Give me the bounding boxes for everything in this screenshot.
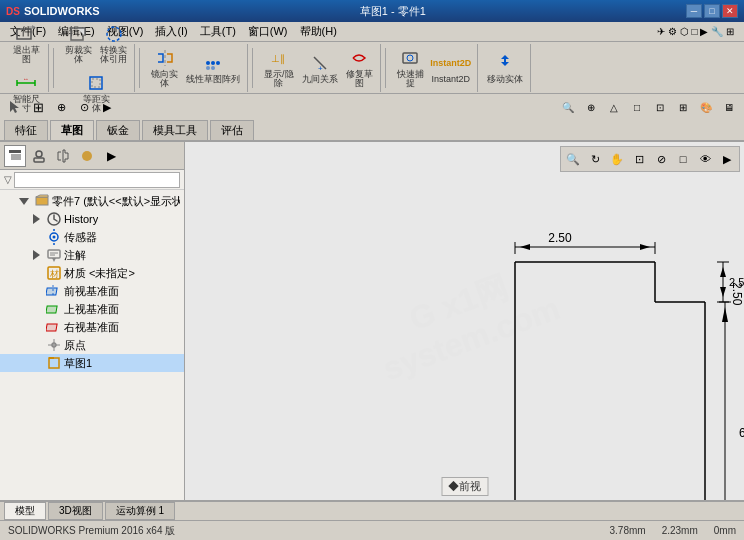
menu-window[interactable]: 窗口(W) <box>242 22 294 41</box>
toolbar-group-quick: 快速捕捉 Instant2D Instant2D <box>390 44 479 92</box>
toolbar-group-sketch: 退出草图 ↔ 智能尺寸 <box>4 44 49 92</box>
tree-item-sketch1[interactable]: 草图1 <box>0 354 184 372</box>
tab-evaluate[interactable]: 评估 <box>210 120 254 140</box>
tab-mold[interactable]: 模具工具 <box>142 120 208 140</box>
tree-item-history[interactable]: History <box>0 210 184 228</box>
svg-rect-35 <box>46 288 57 295</box>
tab-sketch[interactable]: 草图 <box>50 120 94 140</box>
annotation-label: 注解 <box>64 248 86 263</box>
close-button[interactable]: ✕ <box>722 4 738 18</box>
svg-text:↔: ↔ <box>23 76 29 82</box>
origin-label: 原点 <box>64 338 86 353</box>
move-entity-button[interactable]: 移动实体 <box>484 49 526 87</box>
tb2-right6[interactable]: ⊞ <box>672 96 694 118</box>
tree-item-right-plane[interactable]: 右视基准面 <box>0 318 184 336</box>
svg-text:+: + <box>318 64 323 73</box>
main-tab-row: 特征 草图 钣金 模具工具 评估 <box>0 120 744 142</box>
cv-fit[interactable]: ⊡ <box>629 149 649 169</box>
tb2-right1[interactable]: 🔍 <box>557 96 579 118</box>
svg-text:⊥∥: ⊥∥ <box>271 53 285 65</box>
tab-sheetmetal[interactable]: 钣金 <box>96 120 140 140</box>
maximize-button[interactable]: □ <box>704 4 720 18</box>
tb2-icon3[interactable]: ⊕ <box>50 96 72 118</box>
tb2-right3[interactable]: △ <box>603 96 625 118</box>
svg-rect-38 <box>46 324 57 331</box>
separator3 <box>252 48 253 88</box>
annotation-expand-icon <box>28 247 44 263</box>
window-title: 草图1 - 零件1 <box>100 4 686 19</box>
svg-point-19 <box>407 55 413 61</box>
cv-zoom-in[interactable]: 🔍 <box>563 149 583 169</box>
minimize-button[interactable]: ─ <box>686 4 702 18</box>
status-coords: 3.78mm 2.23mm 0mm <box>610 525 736 536</box>
quick-capture-button[interactable]: 快速捕捉 <box>394 44 427 91</box>
tab-features[interactable]: 特征 <box>4 120 48 140</box>
tree-item-top-plane[interactable]: 上视基准面 <box>0 300 184 318</box>
sidebar-tab-property[interactable] <box>28 145 50 167</box>
convert-entity-button[interactable]: 转换实体引用 <box>97 20 130 67</box>
tb2-right2[interactable]: ⊕ <box>580 96 602 118</box>
sidebar-filter-input[interactable] <box>14 172 180 188</box>
svg-point-7 <box>107 27 121 41</box>
tree-item-annotation[interactable]: 注解 <box>0 246 184 264</box>
tree-item-front-plane[interactable]: 前视基准面 <box>0 282 184 300</box>
part-label: 零件7 (默认<<默认>显示状态 1>) <box>52 194 180 209</box>
show-hide-relations[interactable]: ⊥∥ 显示/隐除 <box>261 44 297 91</box>
view-tab-3d[interactable]: 3D视图 <box>48 502 103 520</box>
linear-array-button[interactable]: 线性草图阵列 <box>183 44 243 91</box>
main-toolbar: 退出草图 ↔ 智能尺寸 剪裁实体 转换实体引用 <box>0 42 744 94</box>
plane-icon-right <box>46 319 62 335</box>
tb2-select[interactable] <box>4 96 26 118</box>
cv-display[interactable]: □ <box>673 149 693 169</box>
toolbar-group-mirror: 镜向实体 线性草图阵列 <box>144 44 248 92</box>
tb2-more[interactable]: ▶ <box>96 96 118 118</box>
sw-logo-ds: DS <box>6 6 20 17</box>
view-tab-motion[interactable]: 运动算例 1 <box>105 502 175 520</box>
menu-tools[interactable]: 工具(T) <box>194 22 242 41</box>
cv-section[interactable]: ⊘ <box>651 149 671 169</box>
sensor-expand-icon <box>28 229 44 245</box>
sidebar-tab-feature-manager[interactable] <box>4 145 26 167</box>
view-label: ◆前视 <box>441 477 488 496</box>
tree-item-material[interactable]: 材 材质 <未指定> <box>0 264 184 282</box>
history-icon <box>46 211 62 227</box>
origin-icon <box>28 337 44 353</box>
add-relations[interactable]: + 九间关系 <box>299 44 341 91</box>
cv-hide[interactable]: 👁 <box>695 149 715 169</box>
tree-item-sensor[interactable]: 传感器 <box>0 228 184 246</box>
tb2-right5[interactable]: ⊡ <box>649 96 671 118</box>
instant2d-button[interactable]: Instant2D Instant2D <box>429 44 474 91</box>
cut-solid-button[interactable]: 剪裁实体 <box>62 20 95 67</box>
sidebar-tab-config[interactable] <box>52 145 74 167</box>
material-expand-icon <box>28 265 44 281</box>
tb2-right4[interactable]: □ <box>626 96 648 118</box>
menu-insert[interactable]: 插入(I) <box>149 22 193 41</box>
sidebar-tab-display[interactable] <box>76 145 98 167</box>
menu-help[interactable]: 帮助(H) <box>294 22 343 41</box>
tree-item-origin[interactable]: 原点 <box>0 336 184 354</box>
tb2-right7[interactable]: 🎨 <box>695 96 717 118</box>
separator1 <box>53 48 54 88</box>
plane-icon-front <box>46 283 62 299</box>
sensor-label: 传感器 <box>64 230 97 245</box>
svg-point-13 <box>206 66 210 70</box>
tb2-icon4[interactable]: ⊙ <box>73 96 95 118</box>
canvas-area[interactable]: 2.50 2.50 2.50 6 <box>185 142 744 500</box>
tree-item-part[interactable]: 零件7 (默认<<默认>显示状态 1>) <box>0 192 184 210</box>
cv-pan[interactable]: ✋ <box>607 149 627 169</box>
mirror-button[interactable]: 镜向实体 <box>148 44 181 91</box>
tb2-right8[interactable]: 🖥 <box>718 96 740 118</box>
sketch1-icon <box>28 355 44 371</box>
cv-rotate[interactable]: ↻ <box>585 149 605 169</box>
svg-rect-24 <box>34 158 44 162</box>
status-bar: SOLIDWORKS Premium 2016 x64 版 3.78mm 2.2… <box>0 520 744 540</box>
exit-sketch-button[interactable]: 退出草图 <box>8 20 44 67</box>
separator2 <box>139 48 140 88</box>
sidebar-tab-more[interactable]: ▶ <box>100 145 122 167</box>
tb2-icon2[interactable]: ⊞ <box>27 96 49 118</box>
repair-sketch[interactable]: 修复草图 <box>343 44 376 91</box>
svg-text:6: 6 <box>739 426 744 440</box>
cv-more[interactable]: ▶ <box>717 149 737 169</box>
view-tab-model[interactable]: 模型 <box>4 502 46 520</box>
window-controls: ─ □ ✕ <box>686 4 738 18</box>
